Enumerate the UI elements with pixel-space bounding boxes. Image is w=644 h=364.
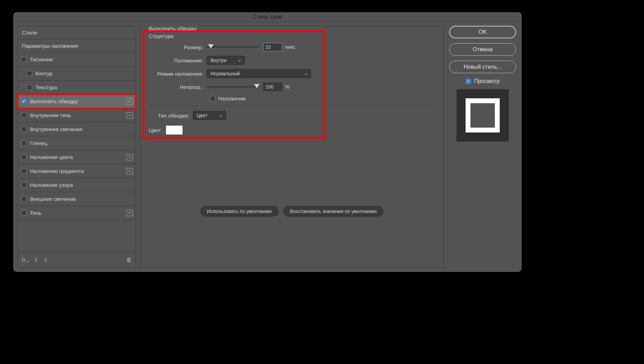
style-item-label: Внутренняя тень <box>30 112 71 118</box>
default-buttons-row: Использовать по умолчанию Восстановить з… <box>140 206 443 217</box>
style-checkbox[interactable] <box>21 168 26 174</box>
fx-menu-icon[interactable]: fx <box>21 257 26 264</box>
position-row: Положение: Внутри <box>149 56 435 65</box>
color-swatch[interactable] <box>166 125 183 135</box>
sidebar-item-blending-options[interactable]: Параметры наложения <box>18 39 136 53</box>
add-effect-icon[interactable]: + <box>127 210 133 216</box>
style-item-наложение-узора[interactable]: Наложение узора <box>18 178 136 192</box>
preview-label: Просмотр <box>474 78 499 84</box>
preview-checkbox[interactable]: ✓ <box>466 78 471 84</box>
style-checkbox[interactable] <box>21 113 26 118</box>
style-item-label: Внутреннее свечение <box>30 126 83 132</box>
style-item-тень[interactable]: Тень+ <box>18 206 136 220</box>
style-checkbox[interactable] <box>27 71 32 76</box>
blend-mode-label: Режим наложения: <box>149 71 207 77</box>
style-item-label: Выполнить обводку <box>30 98 78 104</box>
style-item-контур[interactable]: Контур <box>18 67 136 81</box>
size-row: Размер: пикс. <box>149 43 435 52</box>
blend-mode-row: Режим наложения: Нормальный <box>149 69 435 78</box>
divider <box>149 106 435 106</box>
style-item-label: Наложение узора <box>30 182 73 188</box>
overprint-row[interactable]: Наложение <box>210 96 435 101</box>
style-checkbox[interactable] <box>21 127 26 132</box>
style-item-label: Наложение градиента <box>30 168 84 174</box>
structure-heading: Структура <box>149 33 435 39</box>
opacity-slider-thumb[interactable] <box>254 84 260 88</box>
trash-icon[interactable]: 🗑 <box>126 257 132 264</box>
opacity-unit: % <box>285 84 289 90</box>
style-item-текстура[interactable]: Текстура <box>18 81 136 94</box>
position-select[interactable]: Внутри <box>207 56 245 65</box>
style-effects-list: ТиснениеКонтурТекстураВыполнить обводку+… <box>18 53 136 252</box>
fill-type-row: Тип обводки: Цвет <box>149 111 435 120</box>
size-input[interactable] <box>263 43 282 51</box>
overprint-checkbox[interactable] <box>210 96 215 101</box>
add-effect-icon[interactable]: + <box>127 168 133 174</box>
opacity-input[interactable] <box>263 83 282 91</box>
style-checkbox[interactable] <box>21 57 26 62</box>
style-checkbox[interactable] <box>21 154 26 160</box>
fill-type-label: Тип обводки: <box>149 113 193 119</box>
style-item-наложение-цвета[interactable]: Наложение цвета+ <box>18 150 136 164</box>
overprint-label: Наложение <box>218 96 246 101</box>
size-unit: пикс. <box>285 44 297 50</box>
style-item-внутреннее-свечение[interactable]: Внутреннее свечение <box>18 122 136 136</box>
style-item-label: Тень <box>30 210 41 216</box>
reset-default-button[interactable]: Восстановить значения по умолчанию <box>283 206 383 217</box>
style-checkbox[interactable] <box>21 99 26 104</box>
color-row: Цвет: <box>149 126 435 135</box>
dialog-content: Стили Параметры наложения ТиснениеКонтур… <box>13 22 522 272</box>
style-item-label: Текстура <box>36 84 57 90</box>
cancel-button[interactable]: Отмена <box>449 43 516 56</box>
style-item-наложение-градиента[interactable]: Наложение градиента+ <box>18 164 136 178</box>
ok-button[interactable]: OK <box>449 26 516 38</box>
new-style-button[interactable]: Новый стиль... <box>449 61 516 73</box>
style-checkbox[interactable] <box>21 196 26 202</box>
size-slider[interactable] <box>207 46 259 48</box>
style-item-глянец[interactable]: Глянец <box>18 136 136 150</box>
style-item-выполнить-обводку[interactable]: Выполнить обводку+ <box>18 94 136 108</box>
make-default-button[interactable]: Использовать по умолчанию <box>200 206 278 217</box>
style-item-тиснение[interactable]: Тиснение <box>18 53 136 67</box>
effect-settings-panel: Выполнить обводку Структура Размер: пикс… <box>140 26 444 268</box>
blend-mode-select[interactable]: Нормальный <box>207 69 311 78</box>
add-effect-icon[interactable]: + <box>127 98 133 105</box>
opacity-slider[interactable] <box>207 86 259 88</box>
style-item-label: Контур <box>36 70 52 76</box>
style-item-label: Глянец <box>30 140 47 146</box>
color-label: Цвет: <box>149 127 166 133</box>
size-label: Размер: <box>149 44 207 50</box>
style-checkbox[interactable] <box>27 85 32 90</box>
size-slider-thumb[interactable] <box>208 44 214 48</box>
style-checkbox[interactable] <box>21 182 26 188</box>
style-checkbox[interactable] <box>21 210 26 215</box>
opacity-row: Непрозр.: % <box>149 82 435 91</box>
preview-toggle[interactable]: ✓ Просмотр <box>449 78 516 84</box>
move-up-icon[interactable]: ⬆ <box>34 257 38 263</box>
preview-swatch <box>466 98 500 132</box>
style-checkbox[interactable] <box>21 141 26 146</box>
position-label: Положение: <box>149 58 207 63</box>
style-item-внешнее-свечение[interactable]: Внешнее свечение <box>18 192 136 206</box>
move-down-icon[interactable]: ⬇ <box>43 257 48 263</box>
fx-menu-chevron-icon[interactable]: ▾ <box>27 260 29 263</box>
add-effect-icon[interactable]: + <box>127 112 133 119</box>
add-effect-icon[interactable]: + <box>127 154 133 160</box>
sidebar-header-styles[interactable]: Стили <box>18 26 136 39</box>
fill-type-select[interactable]: Цвет <box>193 111 226 120</box>
preview-thumbnail <box>457 89 509 142</box>
layer-style-dialog: Стиль слоя Стили Параметры наложения Тис… <box>13 12 522 272</box>
sidebar-footer: fx ▾ ⬆ ⬇ 🗑 <box>18 252 136 267</box>
style-item-label: Тиснение <box>30 56 53 62</box>
structure-group: Структура Размер: пикс. Положение: Внутр… <box>143 29 440 144</box>
styles-sidebar: Стили Параметры наложения ТиснениеКонтур… <box>17 26 136 268</box>
opacity-label: Непрозр.: <box>149 84 207 90</box>
dialog-right-column: OK Отмена Новый стиль... ✓ Просмотр <box>448 26 518 268</box>
style-item-label: Внешнее свечение <box>30 196 76 202</box>
window-title: Стиль слоя <box>13 12 522 22</box>
style-item-label: Наложение цвета <box>30 154 73 160</box>
style-item-внутренняя-тень[interactable]: Внутренняя тень+ <box>18 108 136 122</box>
